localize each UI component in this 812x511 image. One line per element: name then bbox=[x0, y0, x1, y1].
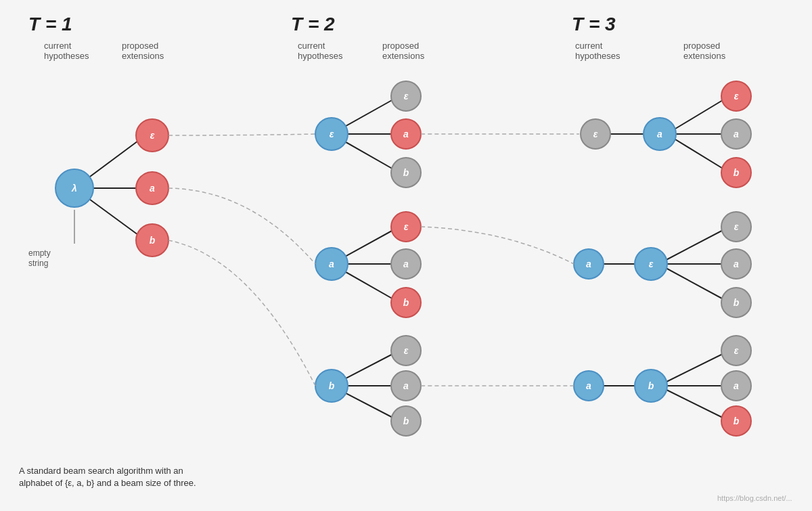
t3-g3-node-a-label: a bbox=[586, 380, 591, 391]
dash-t2g2eps-t3g2 bbox=[421, 227, 574, 264]
t2-g1-node-b-gray-label: b bbox=[403, 167, 409, 178]
t2-g1-node-a-red-label: a bbox=[403, 129, 409, 139]
t1-col2-label: proposed bbox=[122, 41, 158, 51]
t3-g1-ext-a-label: a bbox=[734, 129, 739, 139]
t2-col2-label: proposed bbox=[382, 41, 419, 51]
t1-title: T = 1 bbox=[28, 14, 72, 35]
t3-g2-node-a-label: a bbox=[586, 259, 591, 269]
t3-g1-node-a-label: a bbox=[657, 129, 662, 139]
t1-empty-label2: string bbox=[28, 259, 48, 268]
t2-g3-node-a-gray-label: a bbox=[403, 380, 409, 391]
t1-col1-label2: hypotheses bbox=[44, 51, 89, 61]
t2-col1-label2: hypotheses bbox=[298, 51, 343, 61]
t1-node-lambda-label: λ bbox=[71, 183, 77, 194]
t1-col2-label2: extensions bbox=[122, 51, 164, 61]
t3-g3-ext-a-label: a bbox=[734, 380, 739, 391]
t2-col2-label2: extensions bbox=[382, 51, 425, 61]
t3-g3-ext-eps-label: ε bbox=[734, 345, 739, 356]
dash-t1eps-t2g1 bbox=[168, 134, 315, 135]
diagram-svg: T = 1 current hypotheses proposed extens… bbox=[0, 0, 812, 511]
t3-g2-edge1 bbox=[658, 227, 729, 264]
t3-title: T = 3 bbox=[572, 14, 616, 35]
t3-g3-edge1 bbox=[658, 351, 729, 386]
t3-g3-edge3 bbox=[658, 386, 729, 421]
t1-node-b-label: b bbox=[150, 235, 156, 246]
t1-node-eps-label: ε bbox=[150, 130, 155, 141]
t3-g2-ext-eps-label: ε bbox=[734, 221, 739, 232]
t3-g1-ext-b-label: b bbox=[734, 167, 740, 178]
t3-col1-label: current bbox=[575, 41, 603, 51]
t3-g1-node-eps-label: ε bbox=[593, 129, 598, 139]
dash-t1a-t2g2 bbox=[168, 188, 315, 264]
t2-g3-node-b-label: b bbox=[329, 380, 335, 391]
t2-g2-node-a-label: a bbox=[329, 259, 334, 269]
t3-col2-label2: extensions bbox=[683, 51, 726, 61]
t2-g1-node-eps-label: ε bbox=[330, 129, 334, 139]
t3-g3-node-b-label: b bbox=[648, 380, 654, 391]
t2-g2-node-eps-red-label: ε bbox=[404, 221, 409, 232]
main-container: T = 1 current hypotheses proposed extens… bbox=[0, 0, 812, 511]
t1-node-a-label: a bbox=[150, 183, 155, 194]
t3-col1-label2: hypotheses bbox=[575, 51, 621, 61]
t3-g2-edge3 bbox=[658, 264, 729, 303]
t3-g2-ext-a-label: a bbox=[734, 259, 739, 269]
t3-g3-ext-b-label: b bbox=[734, 416, 740, 426]
t3-g2-node-eps-label: ε bbox=[649, 259, 654, 269]
t2-g3-node-b-gray2-label: b bbox=[403, 416, 409, 426]
t3-g1-edge1 bbox=[667, 96, 729, 134]
t2-title: T = 2 bbox=[291, 14, 335, 35]
t2-g1-node-eps-gray-label: ε bbox=[404, 91, 409, 102]
t3-g1-ext-eps-label: ε bbox=[734, 91, 739, 102]
watermark: https://blog.csdn.net/... bbox=[717, 494, 792, 502]
t3-g2-ext-b-label: b bbox=[734, 297, 740, 308]
t3-g1-edge3 bbox=[667, 134, 729, 173]
t2-col1-label: current bbox=[298, 41, 325, 51]
dash-t1b-t2g3 bbox=[168, 240, 315, 386]
caption-line2: alphabet of {ε, a, b} and a beam size of… bbox=[19, 478, 196, 488]
t2-g2-node-a-gray-label: a bbox=[403, 259, 409, 269]
t1-empty-label1: empty bbox=[28, 248, 51, 258]
t2-g2-node-b-red-label: b bbox=[403, 297, 409, 308]
t3-col2-label: proposed bbox=[683, 41, 720, 51]
t2-g3-node-eps-gray-label: ε bbox=[404, 345, 409, 356]
t1-col1-label: current bbox=[44, 41, 72, 51]
caption-line1: A standard beam search algorithm with an bbox=[19, 466, 183, 476]
